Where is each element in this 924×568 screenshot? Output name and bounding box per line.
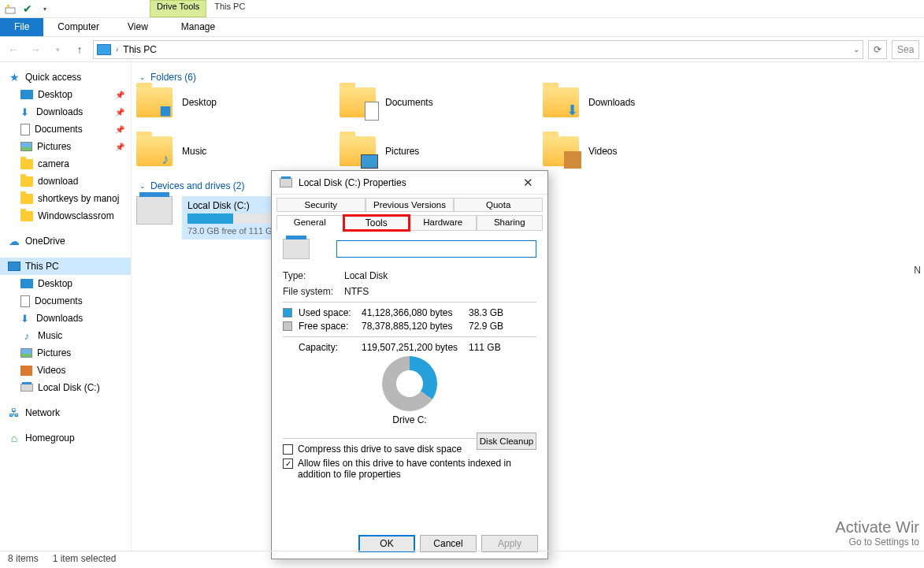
search-input[interactable]: Sea xyxy=(892,40,919,59)
close-button[interactable]: ✕ xyxy=(516,174,540,191)
sidebar-camera[interactable]: camera xyxy=(0,155,131,173)
pin-icon: 📌 xyxy=(115,108,124,117)
qat-properties-icon[interactable] xyxy=(3,2,17,16)
ok-button[interactable]: OK xyxy=(358,535,415,552)
chevron-right-icon[interactable]: › xyxy=(116,45,118,54)
gb-value: 38.3 GB xyxy=(469,307,516,318)
sidebar-label: Pictures xyxy=(37,141,71,152)
label: Used space: xyxy=(299,307,351,318)
checkbox-icon[interactable] xyxy=(283,444,293,455)
star-icon: ★ xyxy=(8,71,20,84)
download-icon xyxy=(20,106,32,117)
tab-quota[interactable]: Quota xyxy=(454,198,543,212)
up-button[interactable]: ↑ xyxy=(71,41,88,58)
tab-general[interactable]: General xyxy=(276,215,343,231)
divider xyxy=(283,336,536,337)
bytes-value: 41,128,366,080 bytes xyxy=(362,307,469,318)
folder-desktop[interactable]: ■Desktop xyxy=(136,87,340,117)
pin-icon: 📌 xyxy=(115,91,124,99)
tab-manage[interactable]: Manage xyxy=(167,18,229,36)
sidebar-label: Homegroup xyxy=(25,432,75,444)
sidebar-documents[interactable]: Documents📌 xyxy=(0,121,131,138)
sidebar-pc-downloads[interactable]: Downloads xyxy=(0,310,131,327)
qat-rename-icon[interactable]: ✔ xyxy=(20,2,35,16)
checkbox-label: Allow files on this drive to have conten… xyxy=(298,458,518,480)
homegroup-icon: ⌂ xyxy=(8,432,20,444)
sidebar-this-pc[interactable]: This PC xyxy=(0,258,131,275)
sidebar-pc-desktop[interactable]: Desktop xyxy=(0,275,131,292)
tab-tools[interactable]: Tools xyxy=(343,215,410,231)
folder-pictures[interactable]: Pictures xyxy=(340,136,543,166)
sidebar-pc-pictures[interactable]: Pictures xyxy=(0,344,131,362)
checkbox-icon[interactable]: ✓ xyxy=(283,458,293,469)
folder-icon: ■ xyxy=(136,87,173,117)
qat-dropdown-icon[interactable]: ▾ xyxy=(38,2,52,16)
contextual-tab-drive-tools[interactable]: Drive Tools xyxy=(150,0,206,17)
sidebar-pc-videos[interactable]: Videos xyxy=(0,362,131,379)
folder-label: Desktop xyxy=(182,97,217,108)
label: Free space: xyxy=(299,321,348,332)
apply-button[interactable]: Apply xyxy=(481,535,538,552)
drive-icon xyxy=(283,239,310,259)
pc-icon xyxy=(8,262,20,271)
tab-hardware[interactable]: Hardware xyxy=(410,215,477,231)
sidebar-label: Videos xyxy=(37,365,65,376)
document-icon xyxy=(20,124,30,136)
tab-security[interactable]: Security xyxy=(276,198,366,212)
tab-sharing[interactable]: Sharing xyxy=(477,215,544,231)
cancel-button[interactable]: Cancel xyxy=(420,535,477,552)
picture-icon xyxy=(20,142,32,151)
tab-computer[interactable]: Computer xyxy=(43,18,113,36)
label-filesystem: File system: xyxy=(283,286,344,297)
status-bar: 8 items 1 item selected xyxy=(0,551,924,568)
drive-label-input[interactable] xyxy=(336,240,536,258)
sidebar-pictures[interactable]: Pictures📌 xyxy=(0,138,131,155)
tab-file[interactable]: File xyxy=(0,18,43,36)
address-bar[interactable]: › This PC ⌄ xyxy=(93,40,863,59)
sidebar-downloads[interactable]: Downloads📌 xyxy=(0,103,131,121)
sidebar-network[interactable]: 🖧Network xyxy=(0,404,131,421)
sidebar-pc-music[interactable]: ♪Music xyxy=(0,327,131,344)
address-segment[interactable]: This PC xyxy=(123,44,157,55)
navigation-bar: ← → ▾ ↑ › This PC ⌄ ⟳ Sea xyxy=(0,37,924,62)
sidebar-onedrive[interactable]: ☁OneDrive xyxy=(0,232,131,250)
sidebar-desktop[interactable]: Desktop📌 xyxy=(0,86,131,103)
refresh-button[interactable]: ⟳ xyxy=(868,40,887,59)
folder-documents[interactable]: Documents xyxy=(340,87,543,117)
sidebar-pc-local-disk[interactable]: Local Disk (C:) xyxy=(0,379,131,396)
folder-icon xyxy=(20,159,33,169)
tab-previous-versions[interactable]: Previous Versions xyxy=(366,198,455,212)
sidebar-label: Windowsclassrom xyxy=(38,210,114,221)
forward-button[interactable]: → xyxy=(27,41,44,58)
folder-label: Music xyxy=(182,146,206,157)
back-button[interactable]: ← xyxy=(5,41,22,58)
disk-cleanup-button[interactable]: Disk Cleanup xyxy=(477,432,536,450)
folder-icon xyxy=(20,194,33,204)
folder-downloads[interactable]: ⬇Downloads xyxy=(543,87,746,117)
folder-videos[interactable]: Videos xyxy=(543,136,746,166)
highlight-box xyxy=(343,214,411,232)
sidebar-quick-access[interactable]: ★Quick access xyxy=(0,69,131,86)
value-filesystem: NTFS xyxy=(344,286,369,297)
chevron-down-icon: ⌄ xyxy=(139,73,146,81)
recent-locations-icon[interactable]: ▾ xyxy=(49,41,66,58)
chevron-down-icon[interactable]: ⌄ xyxy=(853,45,859,54)
capacity-row: Capacity:119,507,251,200 bytes111 GB xyxy=(283,342,536,353)
tab-view[interactable]: View xyxy=(113,18,162,36)
value-type: Local Disk xyxy=(344,270,388,281)
group-header-folders[interactable]: ⌄Folders (6) xyxy=(132,69,924,87)
sidebar-homegroup[interactable]: ⌂Homegroup xyxy=(0,429,131,447)
sidebar-shortkeys[interactable]: shortkeys by manoj xyxy=(0,190,131,207)
sidebar-pc-documents[interactable]: Documents xyxy=(0,292,131,310)
sidebar-windowsclassroom[interactable]: Windowsclassrom xyxy=(0,207,131,225)
folder-label: Downloads xyxy=(588,97,635,108)
folder-music[interactable]: ♪Music xyxy=(136,136,340,166)
sidebar-download-folder[interactable]: download xyxy=(0,173,131,190)
svg-rect-0 xyxy=(6,8,15,13)
dialog-titlebar[interactable]: Local Disk (C:) Properties ✕ xyxy=(272,171,547,195)
sidebar-label: This PC xyxy=(25,261,59,272)
gb-value: 72.9 GB xyxy=(469,321,516,332)
index-checkbox-row[interactable]: ✓Allow files on this drive to have conte… xyxy=(283,458,536,480)
sidebar-label: Quick access xyxy=(25,72,81,83)
drive-letter-label: Drive C: xyxy=(392,414,426,425)
